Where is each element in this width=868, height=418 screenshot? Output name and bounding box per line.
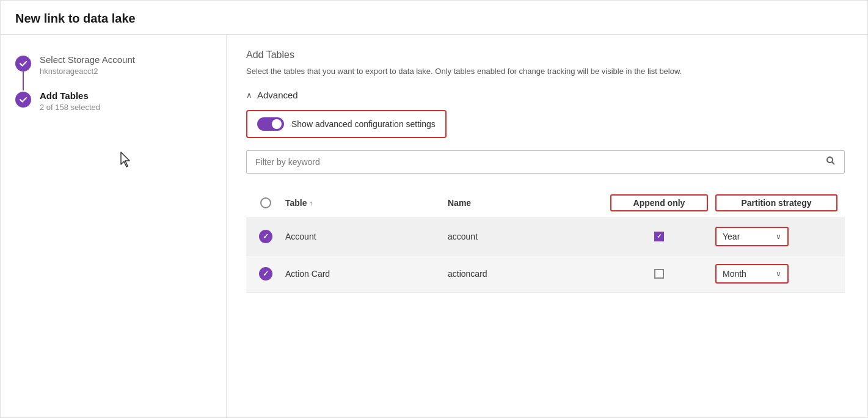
th-partition-strategy: Partition strategy [715,194,837,211]
partition-cell-account: Year ∨ [715,227,837,246]
checkbox-checked-account[interactable]: ✓ [654,232,664,241]
filter-input[interactable] [247,151,817,173]
svg-point-0 [827,157,833,163]
checkbox-unchecked-actioncard[interactable] [654,269,664,279]
checkmark-icon: ✓ [263,232,269,241]
advanced-header[interactable]: ∧ Advanced [246,90,848,100]
chevron-up-icon: ∧ [246,90,252,100]
append-cell-account: ✓ [610,232,708,241]
toggle-track[interactable] [257,117,284,131]
toggle-switch[interactable] [257,117,284,131]
step-subtitle-storage: hknstorageacct2 [40,67,135,76]
step-add-tables: Add Tables 2 of 158 selected [15,90,211,127]
toggle-label: Show advanced configuration settings [291,119,436,129]
checkmark-icon-2: ✓ [263,270,269,278]
partition-value-actioncard: Month [723,269,746,279]
step-subtitle-tables: 2 of 158 selected [40,103,100,112]
partition-cell-actioncard: Month ∨ [715,264,837,284]
table-row-actioncard: ✓ Action Card actioncard Month ∨ [246,255,845,293]
step-connector [23,72,24,90]
row-check-actioncard: ✓ [253,267,278,280]
search-button[interactable] [817,151,844,173]
check-icon-2 [19,95,27,104]
dropdown-arrow-icon: ∨ [776,232,781,241]
page-title: New link to data lake [1,1,867,35]
sort-icon: ↑ [310,199,313,207]
th-radio [253,197,278,208]
table-header: Table ↑ Name Append only Partition strat… [246,188,845,218]
checkbox-checkmark-icon: ✓ [657,233,662,240]
row-check-account: ✓ [253,230,278,243]
sidebar: Select Storage Account hknstorageacct2 A… [1,35,227,417]
row-name-account: account [448,232,603,241]
append-cell-actioncard [610,269,708,279]
step-icon-tables [15,92,31,108]
search-icon [826,156,836,166]
partition-select-actioncard[interactable]: Month ∨ [715,264,789,284]
filter-row [246,150,845,174]
step-title-tables: Add Tables [40,90,100,101]
table-wrapper: Table ↑ Name Append only Partition strat… [246,188,845,293]
advanced-label: Advanced [257,90,298,100]
row-table-account: Account [285,232,440,241]
check-circle-actioncard: ✓ [259,267,272,280]
th-table: Table ↑ [285,198,440,208]
cursor-area [15,127,211,168]
toggle-row: Show advanced configuration settings [246,110,447,138]
section-desc: Select the tables that you want to expor… [246,65,796,78]
content-area: Select Storage Account hknstorageacct2 A… [1,35,867,417]
toggle-thumb [272,119,282,129]
row-name-actioncard: actioncard [448,269,603,279]
table-row: ✓ Account account ✓ Year ∨ [246,218,845,255]
partition-select-account[interactable]: Year ∨ [715,227,789,246]
step-icon-storage [15,56,31,72]
th-append-only: Append only [610,194,708,211]
th-radio-circle [260,197,271,208]
dropdown-arrow-icon-2: ∨ [776,270,781,278]
section-title: Add Tables [246,50,848,61]
main-content: Add Tables Select the tables that you wa… [227,35,867,417]
step-select-storage: Select Storage Account hknstorageacct2 [15,54,211,90]
step-text-tables: Add Tables 2 of 158 selected [40,90,100,112]
cursor-icon [119,151,133,168]
step-title-storage: Select Storage Account [40,54,135,65]
step-text-storage: Select Storage Account hknstorageacct2 [40,54,135,76]
svg-line-1 [832,162,834,164]
page-wrapper: New link to data lake Select Storage Acc… [0,0,868,418]
check-circle-account: ✓ [259,230,272,243]
th-name: Name [448,198,603,208]
check-icon [19,59,27,68]
partition-value-account: Year [723,232,740,241]
row-table-actioncard: Action Card [285,269,440,279]
